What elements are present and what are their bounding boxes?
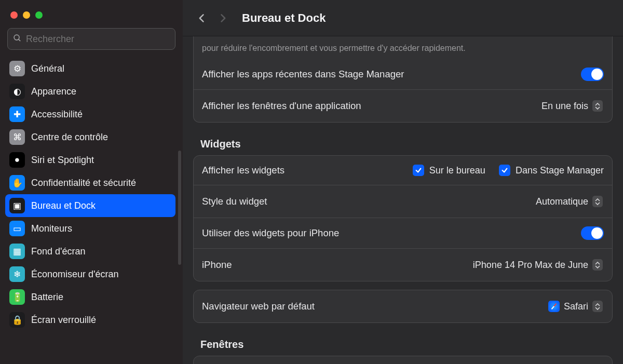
sidebar-item-label: Écran verrouillé bbox=[31, 315, 96, 326]
row-label: Afficher les widgets bbox=[202, 165, 413, 176]
sidebar-item-confidentialit-et-s-curit-[interactable]: ✋Confidentialité et sécurité bbox=[5, 171, 175, 194]
search-icon bbox=[13, 34, 22, 45]
sidebar-item-icon: ⚙ bbox=[9, 61, 25, 76]
chevrons-icon bbox=[592, 196, 603, 207]
sidebar-item-batterie[interactable]: 🔋Batterie bbox=[5, 286, 175, 308]
windows-card: Préférer les onglets pour l'ouverture de… bbox=[193, 356, 613, 364]
sidebar-item-label: Accessibilité bbox=[31, 109, 83, 120]
sidebar-item-icon: ✚ bbox=[9, 106, 25, 122]
sidebar-item-siri-et-spotlight[interactable]: ●Siri et Spotlight bbox=[5, 149, 175, 171]
sidebar-item--cran-verrouill-[interactable]: 🔒Écran verrouillé bbox=[5, 308, 175, 331]
sidebar: ⚙Général◐Apparence✚Accessibilité⌘Centre … bbox=[0, 0, 183, 364]
row-stage-windows: Afficher les fenêtres d'une application … bbox=[194, 89, 612, 122]
sidebar-item-icon: 🔒 bbox=[9, 312, 25, 328]
sidebar-item-label: Bureau et Dock bbox=[31, 200, 96, 211]
row-label: Style du widget bbox=[202, 196, 531, 207]
stage-description-text: pour réduire l'encombrement et vous perm… bbox=[194, 36, 612, 59]
row-label: Afficher les apps récentes dans Stage Ma… bbox=[202, 69, 581, 80]
sidebar-item--conomiseur-d-cran[interactable]: ❄Économiseur d'écran bbox=[5, 263, 175, 286]
sidebar-item-icon: ⌘ bbox=[9, 129, 25, 145]
page-title: Bureau et Dock bbox=[242, 11, 326, 25]
minimize-window-button[interactable] bbox=[23, 11, 30, 19]
row-label: Utiliser des widgets pour iPhone bbox=[202, 227, 581, 239]
sidebar-item-icon: ● bbox=[9, 152, 25, 168]
row-label: Navigateur web par défaut bbox=[202, 301, 543, 312]
row-prefer-tabs: Préférer les onglets pour l'ouverture de… bbox=[194, 356, 612, 364]
sidebar-item-label: Apparence bbox=[31, 86, 76, 97]
close-window-button[interactable] bbox=[10, 11, 18, 19]
sidebar-item-icon: ✋ bbox=[9, 175, 25, 191]
sidebar-item-label: Siri et Spotlight bbox=[31, 155, 94, 166]
widget-style-popup[interactable]: Automatique bbox=[531, 194, 604, 209]
sidebar-scrollbar[interactable] bbox=[178, 151, 181, 265]
checkbox-stage[interactable] bbox=[499, 165, 510, 176]
window-controls bbox=[0, 0, 183, 19]
sidebar-item-icon: ▣ bbox=[9, 198, 25, 213]
row-iphone-device: iPhone iPhone 14 Pro Max de June bbox=[194, 248, 612, 281]
svg-line-1 bbox=[19, 39, 21, 41]
row-default-browser: Navigateur web par défaut Safari bbox=[194, 290, 612, 322]
row-label: iPhone bbox=[202, 259, 468, 271]
sidebar-item-label: Général bbox=[31, 63, 64, 74]
sidebar-item-label: Batterie bbox=[31, 292, 63, 303]
row-stage-recents: Afficher les apps récentes dans Stage Ma… bbox=[194, 59, 612, 89]
sidebar-item-moniteurs[interactable]: ▭Moniteurs bbox=[5, 217, 175, 240]
chevrons-icon bbox=[592, 259, 603, 271]
svg-point-0 bbox=[14, 35, 19, 40]
sidebar-list: ⚙Général◐Apparence✚Accessibilité⌘Centre … bbox=[0, 55, 183, 364]
row-iphone-widgets: Utiliser des widgets pour iPhone bbox=[194, 218, 612, 248]
section-title-widgets: Widgets bbox=[200, 138, 613, 150]
sidebar-item-icon: ◐ bbox=[9, 84, 25, 99]
back-button[interactable] bbox=[193, 9, 211, 27]
sidebar-item-fond-d-cran[interactable]: ▦Fond d'écran bbox=[5, 240, 175, 263]
row-show-widgets: Afficher les widgets Sur le bureau bbox=[194, 156, 612, 185]
search-field[interactable] bbox=[7, 28, 175, 50]
content-scroll[interactable]: pour réduire l'encombrement et vous perm… bbox=[183, 36, 623, 364]
sidebar-item-label: Économiseur d'écran bbox=[31, 269, 119, 280]
iphone-widgets-toggle[interactable] bbox=[581, 226, 604, 240]
forward-button[interactable] bbox=[214, 9, 232, 27]
sidebar-item-label: Confidentialité et sécurité bbox=[31, 178, 136, 188]
sidebar-item-accessibilit-[interactable]: ✚Accessibilité bbox=[5, 103, 175, 126]
stage-manager-card: pour réduire l'encombrement et vous perm… bbox=[193, 36, 613, 123]
row-widget-style: Style du widget Automatique bbox=[194, 185, 612, 218]
checkbox-desktop[interactable] bbox=[413, 165, 424, 176]
row-label: Afficher les fenêtres d'une application bbox=[202, 100, 536, 112]
checkbox-desktop-label: Sur le bureau bbox=[429, 165, 485, 176]
sidebar-item-g-n-ral[interactable]: ⚙Général bbox=[5, 57, 175, 80]
safari-icon bbox=[548, 301, 560, 312]
sidebar-item-icon: ▭ bbox=[9, 221, 25, 236]
zoom-window-button[interactable] bbox=[35, 11, 43, 19]
search-input[interactable] bbox=[26, 34, 170, 45]
checkbox-stage-label: Dans Stage Manager bbox=[516, 165, 604, 176]
stage-windows-popup[interactable]: En une fois bbox=[536, 98, 604, 114]
system-settings-window: ⚙Général◐Apparence✚Accessibilité⌘Centre … bbox=[0, 0, 623, 364]
sidebar-item-icon: 🔋 bbox=[9, 289, 25, 305]
browser-card: Navigateur web par défaut Safari bbox=[193, 290, 613, 323]
sidebar-item-label: Moniteurs bbox=[31, 223, 72, 234]
sidebar-item-label: Centre de contrôle bbox=[31, 132, 108, 143]
sidebar-item-icon: ❄ bbox=[9, 266, 25, 282]
widgets-card: Afficher les widgets Sur le bureau bbox=[193, 155, 613, 281]
sidebar-item-label: Fond d'écran bbox=[31, 246, 86, 257]
main-pane: Bureau et Dock pour réduire l'encombreme… bbox=[183, 0, 623, 364]
stage-recents-toggle[interactable] bbox=[581, 68, 604, 81]
sidebar-item-bureau-et-dock[interactable]: ▣Bureau et Dock bbox=[5, 194, 175, 217]
section-title-windows: Fenêtres bbox=[200, 339, 613, 350]
default-browser-popup[interactable]: Safari bbox=[543, 299, 604, 314]
sidebar-item-centre-de-contr-le[interactable]: ⌘Centre de contrôle bbox=[5, 126, 175, 149]
sidebar-item-icon: ▦ bbox=[9, 244, 25, 259]
chevrons-icon bbox=[592, 100, 603, 112]
sidebar-item-apparence[interactable]: ◐Apparence bbox=[5, 80, 175, 103]
iphone-device-popup[interactable]: iPhone 14 Pro Max de June bbox=[468, 257, 604, 273]
chevrons-icon bbox=[592, 301, 603, 312]
titlebar: Bureau et Dock bbox=[183, 0, 623, 36]
